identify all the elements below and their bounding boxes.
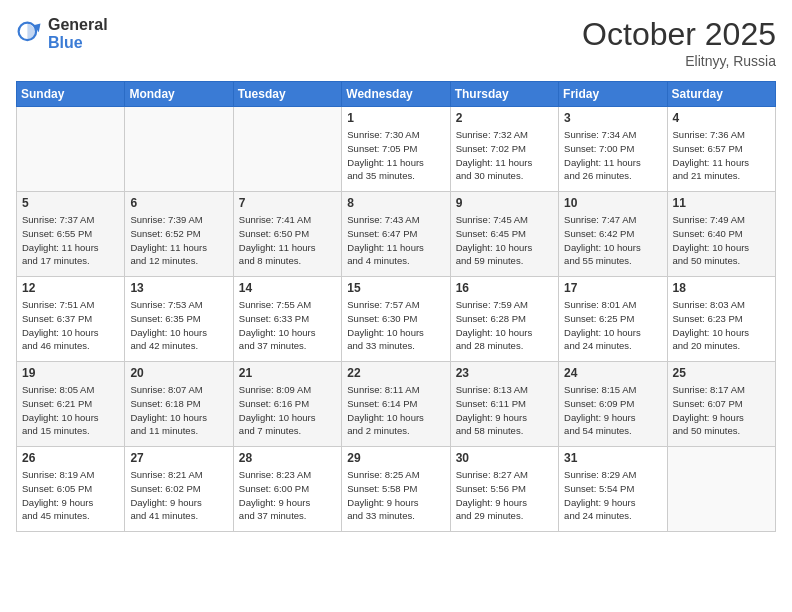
day-info: Sunrise: 8:27 AM Sunset: 5:56 PM Dayligh… xyxy=(456,468,553,523)
day-number: 30 xyxy=(456,451,553,465)
day-number: 11 xyxy=(673,196,770,210)
day-number: 23 xyxy=(456,366,553,380)
day-number: 12 xyxy=(22,281,119,295)
calendar-week-4: 19Sunrise: 8:05 AM Sunset: 6:21 PM Dayli… xyxy=(17,362,776,447)
day-number: 16 xyxy=(456,281,553,295)
day-info: Sunrise: 8:15 AM Sunset: 6:09 PM Dayligh… xyxy=(564,383,661,438)
calendar-cell: 1Sunrise: 7:30 AM Sunset: 7:05 PM Daylig… xyxy=(342,107,450,192)
day-number: 17 xyxy=(564,281,661,295)
calendar-cell: 9Sunrise: 7:45 AM Sunset: 6:45 PM Daylig… xyxy=(450,192,558,277)
logo-text: General Blue xyxy=(48,16,108,51)
day-info: Sunrise: 8:03 AM Sunset: 6:23 PM Dayligh… xyxy=(673,298,770,353)
calendar-cell: 11Sunrise: 7:49 AM Sunset: 6:40 PM Dayli… xyxy=(667,192,775,277)
title-block: October 2025 Elitnyy, Russia xyxy=(582,16,776,69)
day-info: Sunrise: 8:25 AM Sunset: 5:58 PM Dayligh… xyxy=(347,468,444,523)
calendar-cell: 5Sunrise: 7:37 AM Sunset: 6:55 PM Daylig… xyxy=(17,192,125,277)
calendar-cell: 4Sunrise: 7:36 AM Sunset: 6:57 PM Daylig… xyxy=(667,107,775,192)
calendar-week-3: 12Sunrise: 7:51 AM Sunset: 6:37 PM Dayli… xyxy=(17,277,776,362)
day-number: 4 xyxy=(673,111,770,125)
day-number: 5 xyxy=(22,196,119,210)
calendar-cell: 8Sunrise: 7:43 AM Sunset: 6:47 PM Daylig… xyxy=(342,192,450,277)
day-info: Sunrise: 7:36 AM Sunset: 6:57 PM Dayligh… xyxy=(673,128,770,183)
day-number: 9 xyxy=(456,196,553,210)
calendar-cell: 14Sunrise: 7:55 AM Sunset: 6:33 PM Dayli… xyxy=(233,277,341,362)
calendar-cell: 19Sunrise: 8:05 AM Sunset: 6:21 PM Dayli… xyxy=(17,362,125,447)
logo: General Blue xyxy=(16,16,108,51)
day-number: 28 xyxy=(239,451,336,465)
calendar-cell: 31Sunrise: 8:29 AM Sunset: 5:54 PM Dayli… xyxy=(559,447,667,532)
day-number: 25 xyxy=(673,366,770,380)
col-tuesday: Tuesday xyxy=(233,82,341,107)
calendar-table: Sunday Monday Tuesday Wednesday Thursday… xyxy=(16,81,776,532)
day-info: Sunrise: 8:21 AM Sunset: 6:02 PM Dayligh… xyxy=(130,468,227,523)
day-number: 24 xyxy=(564,366,661,380)
calendar-cell: 17Sunrise: 8:01 AM Sunset: 6:25 PM Dayli… xyxy=(559,277,667,362)
page-header: General Blue October 2025 Elitnyy, Russi… xyxy=(16,16,776,69)
calendar-cell: 18Sunrise: 8:03 AM Sunset: 6:23 PM Dayli… xyxy=(667,277,775,362)
calendar-cell: 29Sunrise: 8:25 AM Sunset: 5:58 PM Dayli… xyxy=(342,447,450,532)
day-info: Sunrise: 7:49 AM Sunset: 6:40 PM Dayligh… xyxy=(673,213,770,268)
day-info: Sunrise: 7:53 AM Sunset: 6:35 PM Dayligh… xyxy=(130,298,227,353)
col-saturday: Saturday xyxy=(667,82,775,107)
location: Elitnyy, Russia xyxy=(582,53,776,69)
header-row: Sunday Monday Tuesday Wednesday Thursday… xyxy=(17,82,776,107)
calendar-cell xyxy=(233,107,341,192)
day-info: Sunrise: 7:55 AM Sunset: 6:33 PM Dayligh… xyxy=(239,298,336,353)
day-number: 21 xyxy=(239,366,336,380)
day-info: Sunrise: 8:13 AM Sunset: 6:11 PM Dayligh… xyxy=(456,383,553,438)
day-info: Sunrise: 8:07 AM Sunset: 6:18 PM Dayligh… xyxy=(130,383,227,438)
col-monday: Monday xyxy=(125,82,233,107)
day-info: Sunrise: 8:09 AM Sunset: 6:16 PM Dayligh… xyxy=(239,383,336,438)
calendar-cell: 28Sunrise: 8:23 AM Sunset: 6:00 PM Dayli… xyxy=(233,447,341,532)
day-number: 20 xyxy=(130,366,227,380)
calendar-cell: 2Sunrise: 7:32 AM Sunset: 7:02 PM Daylig… xyxy=(450,107,558,192)
day-number: 7 xyxy=(239,196,336,210)
logo-icon xyxy=(16,20,44,48)
day-number: 8 xyxy=(347,196,444,210)
calendar-cell: 25Sunrise: 8:17 AM Sunset: 6:07 PM Dayli… xyxy=(667,362,775,447)
day-info: Sunrise: 7:59 AM Sunset: 6:28 PM Dayligh… xyxy=(456,298,553,353)
day-number: 27 xyxy=(130,451,227,465)
day-number: 15 xyxy=(347,281,444,295)
calendar-cell: 10Sunrise: 7:47 AM Sunset: 6:42 PM Dayli… xyxy=(559,192,667,277)
col-sunday: Sunday xyxy=(17,82,125,107)
calendar-cell: 3Sunrise: 7:34 AM Sunset: 7:00 PM Daylig… xyxy=(559,107,667,192)
calendar-cell: 24Sunrise: 8:15 AM Sunset: 6:09 PM Dayli… xyxy=(559,362,667,447)
day-info: Sunrise: 8:01 AM Sunset: 6:25 PM Dayligh… xyxy=(564,298,661,353)
col-wednesday: Wednesday xyxy=(342,82,450,107)
day-number: 14 xyxy=(239,281,336,295)
day-number: 26 xyxy=(22,451,119,465)
day-number: 22 xyxy=(347,366,444,380)
day-info: Sunrise: 7:41 AM Sunset: 6:50 PM Dayligh… xyxy=(239,213,336,268)
day-number: 1 xyxy=(347,111,444,125)
day-info: Sunrise: 8:19 AM Sunset: 6:05 PM Dayligh… xyxy=(22,468,119,523)
day-info: Sunrise: 7:45 AM Sunset: 6:45 PM Dayligh… xyxy=(456,213,553,268)
calendar-cell xyxy=(17,107,125,192)
calendar-cell: 30Sunrise: 8:27 AM Sunset: 5:56 PM Dayli… xyxy=(450,447,558,532)
calendar-body: 1Sunrise: 7:30 AM Sunset: 7:05 PM Daylig… xyxy=(17,107,776,532)
day-number: 31 xyxy=(564,451,661,465)
day-info: Sunrise: 8:23 AM Sunset: 6:00 PM Dayligh… xyxy=(239,468,336,523)
calendar-cell: 22Sunrise: 8:11 AM Sunset: 6:14 PM Dayli… xyxy=(342,362,450,447)
calendar-cell: 26Sunrise: 8:19 AM Sunset: 6:05 PM Dayli… xyxy=(17,447,125,532)
month-title: October 2025 xyxy=(582,16,776,53)
calendar-header: Sunday Monday Tuesday Wednesday Thursday… xyxy=(17,82,776,107)
day-info: Sunrise: 8:29 AM Sunset: 5:54 PM Dayligh… xyxy=(564,468,661,523)
calendar-week-1: 1Sunrise: 7:30 AM Sunset: 7:05 PM Daylig… xyxy=(17,107,776,192)
day-info: Sunrise: 8:17 AM Sunset: 6:07 PM Dayligh… xyxy=(673,383,770,438)
day-number: 29 xyxy=(347,451,444,465)
day-number: 6 xyxy=(130,196,227,210)
day-number: 3 xyxy=(564,111,661,125)
day-info: Sunrise: 7:37 AM Sunset: 6:55 PM Dayligh… xyxy=(22,213,119,268)
calendar-week-2: 5Sunrise: 7:37 AM Sunset: 6:55 PM Daylig… xyxy=(17,192,776,277)
day-info: Sunrise: 7:51 AM Sunset: 6:37 PM Dayligh… xyxy=(22,298,119,353)
calendar-cell: 12Sunrise: 7:51 AM Sunset: 6:37 PM Dayli… xyxy=(17,277,125,362)
day-info: Sunrise: 7:32 AM Sunset: 7:02 PM Dayligh… xyxy=(456,128,553,183)
day-info: Sunrise: 7:30 AM Sunset: 7:05 PM Dayligh… xyxy=(347,128,444,183)
calendar-cell: 13Sunrise: 7:53 AM Sunset: 6:35 PM Dayli… xyxy=(125,277,233,362)
calendar-cell: 7Sunrise: 7:41 AM Sunset: 6:50 PM Daylig… xyxy=(233,192,341,277)
calendar-cell: 15Sunrise: 7:57 AM Sunset: 6:30 PM Dayli… xyxy=(342,277,450,362)
day-info: Sunrise: 7:39 AM Sunset: 6:52 PM Dayligh… xyxy=(130,213,227,268)
calendar-cell xyxy=(667,447,775,532)
day-info: Sunrise: 7:43 AM Sunset: 6:47 PM Dayligh… xyxy=(347,213,444,268)
